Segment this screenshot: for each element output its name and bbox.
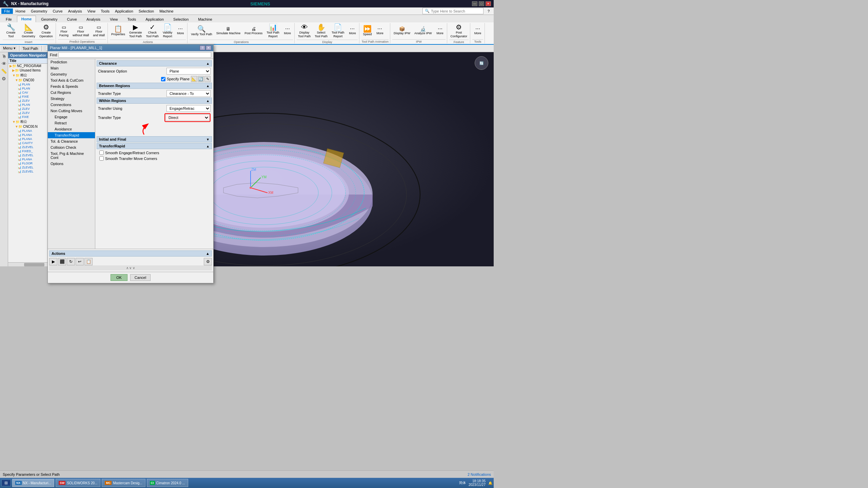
menu-machine[interactable]: Machine bbox=[157, 8, 176, 14]
verify-tool-path-button[interactable]: 🔍 Verify Tool Path bbox=[190, 25, 213, 37]
menu-selection[interactable]: Selection bbox=[136, 8, 157, 14]
dnav-transfer-rapid[interactable]: Transfer/Rapid bbox=[48, 132, 95, 138]
create-operation-button[interactable]: ⚙ CreateOperation bbox=[38, 23, 54, 39]
menu-curve[interactable]: Curve bbox=[50, 8, 65, 14]
dnav-engage[interactable]: Engage bbox=[48, 114, 95, 120]
clearance-section-header[interactable]: Clearance ▲ bbox=[97, 60, 212, 66]
ribbon-tab-view[interactable]: View bbox=[105, 16, 122, 22]
initial-final-header[interactable]: Initial and Final ▼ bbox=[97, 136, 212, 142]
plane-icon-1[interactable]: 📐 bbox=[191, 76, 197, 82]
dnav-connections[interactable]: Connections bbox=[48, 102, 95, 108]
action-btn-4[interactable]: ↩ bbox=[76, 258, 84, 265]
dnav-tool-prg[interactable]: Tool, Prg & Machine Cont bbox=[48, 150, 95, 161]
floor-without-wall-button[interactable]: ▭ Floorwithout Wall bbox=[71, 24, 90, 38]
tools-more-button[interactable]: ⋯ More bbox=[472, 26, 483, 36]
menu-analysis[interactable]: Analysis bbox=[65, 8, 85, 14]
transfer-type-select-within[interactable]: Direct Previous Plane Engage/Retract bbox=[165, 114, 210, 121]
transfer-rapid-header[interactable]: Transfer/Rapid ▲ bbox=[97, 143, 212, 149]
dnav-collision-check[interactable]: Collision Check bbox=[48, 144, 95, 150]
action-btn-1[interactable]: ▶ bbox=[49, 258, 57, 265]
analyze-ipw-button[interactable]: 🔬 Analyze IPW bbox=[413, 26, 433, 36]
post-process-button[interactable]: 🖨 Post Process bbox=[243, 26, 264, 36]
validity-report-button[interactable]: 📄 ValidityReport bbox=[161, 23, 174, 39]
action-btn-3[interactable]: ↻ bbox=[67, 258, 75, 265]
action-btn-6[interactable]: ⚙ bbox=[204, 258, 212, 265]
dnav-feeds-speeds[interactable]: Feeds & Speeds bbox=[48, 83, 95, 89]
tool-path-report-button[interactable]: 📊 Tool PathReport bbox=[265, 23, 281, 39]
search-box[interactable]: 🔍 bbox=[422, 8, 484, 14]
specify-plane-checkbox[interactable] bbox=[161, 77, 165, 81]
check-tool-path-button[interactable]: ✓ CheckTool Path bbox=[144, 23, 160, 39]
select-tool-path-button[interactable]: ✋ SelectTool Path bbox=[313, 23, 329, 39]
display-ipw-button[interactable]: 📦 Display IPW bbox=[392, 26, 412, 36]
help-icon[interactable]: ? bbox=[485, 8, 492, 14]
plane-icon-2[interactable]: 🔄 bbox=[198, 76, 204, 82]
dnav-strategy[interactable]: Strategy bbox=[48, 96, 95, 102]
dnav-non-cutting[interactable]: Non Cutting Moves bbox=[48, 108, 95, 114]
dnav-prediction[interactable]: Prediction bbox=[48, 59, 95, 65]
orientation-indicator[interactable]: 🔄 bbox=[475, 56, 488, 70]
properties-button[interactable]: 📋 Properties bbox=[110, 25, 126, 37]
maximize-button[interactable]: □ bbox=[479, 1, 484, 6]
search-input[interactable] bbox=[431, 9, 478, 13]
menu-tools[interactable]: Tools bbox=[98, 8, 112, 14]
dnav-main[interactable]: Main bbox=[48, 65, 95, 71]
post-configurator-button[interactable]: ⚙ PostConfigurator bbox=[449, 23, 469, 39]
dialog-help-button[interactable]: ? bbox=[200, 45, 205, 50]
display-tool-path-button[interactable]: 👁 DisplayTool Path bbox=[297, 23, 312, 39]
ribbon-tab-geometry[interactable]: Geometry bbox=[37, 16, 62, 22]
dnav-geometry[interactable]: Geometry bbox=[48, 71, 95, 77]
menu-file[interactable]: File bbox=[1, 8, 13, 14]
ribbon-tab-machine[interactable]: Machine bbox=[194, 16, 217, 22]
dialog-close-button[interactable]: ✕ bbox=[206, 45, 211, 50]
dnav-tool-axis[interactable]: Tool Axis & CutCom bbox=[48, 77, 95, 83]
menu-view[interactable]: View bbox=[85, 8, 98, 14]
action-btn-2[interactable]: ⬛ bbox=[58, 258, 66, 265]
dnav-cut-regions[interactable]: Cut Regions bbox=[48, 89, 95, 96]
display-more-button[interactable]: ⋯ More bbox=[347, 26, 358, 36]
actions-more-button[interactable]: ⋯ More bbox=[175, 26, 186, 36]
tp-report-button[interactable]: 📄 Tool PathReport bbox=[330, 23, 346, 39]
ribbon-tab-home[interactable]: Home bbox=[17, 16, 36, 22]
dnav-avoidance[interactable]: Avoidance bbox=[48, 126, 95, 132]
ribbon-tab-selection[interactable]: Selection bbox=[169, 16, 193, 22]
create-tool-button[interactable]: 🔧 CreateTool bbox=[3, 23, 19, 39]
left-icon-3[interactable]: 📏 bbox=[1, 68, 7, 74]
left-icon-2[interactable]: 👁 bbox=[2, 61, 6, 66]
tool-path-button[interactable]: Tool Path bbox=[21, 46, 40, 51]
transfer-using-select[interactable]: Engage/Retrac Direct bbox=[166, 105, 211, 112]
ribbon-tab-curve[interactable]: Curve bbox=[63, 16, 81, 22]
ipw-more-button[interactable]: ⋯ More bbox=[435, 26, 446, 36]
transfer-type-select-between[interactable]: Clearance - To Direct Previous Plane bbox=[166, 90, 211, 97]
generate-tool-path-button[interactable]: ▶ GenerateTool Path bbox=[128, 23, 143, 39]
left-icon-4[interactable]: ⚙ bbox=[2, 76, 6, 81]
operations-more-button[interactable]: ⋯ More bbox=[282, 26, 293, 36]
ribbon-tab-application[interactable]: Application bbox=[141, 16, 168, 22]
tpa-more-button[interactable]: ⋯ More bbox=[374, 26, 385, 36]
cancel-button[interactable]: Cancel bbox=[130, 274, 151, 277]
menu-home[interactable]: Home bbox=[13, 8, 28, 14]
find-input[interactable] bbox=[58, 52, 211, 58]
clearance-option-select[interactable]: Plane None bbox=[166, 68, 211, 75]
floor-and-wall-button[interactable]: ▭ Floorand Wall bbox=[92, 24, 106, 38]
ribbon-tab-analysis[interactable]: Analysis bbox=[82, 16, 105, 22]
menu-geometry[interactable]: Geometry bbox=[28, 8, 50, 14]
close-button[interactable]: ✕ bbox=[486, 1, 491, 6]
smooth-engage-checkbox[interactable] bbox=[99, 150, 104, 155]
dnav-retract[interactable]: Retract bbox=[48, 120, 95, 126]
ribbon-tab-file[interactable]: File bbox=[1, 16, 16, 22]
action-btn-right[interactable]: ⚙ bbox=[204, 258, 212, 265]
smooth-transfer-checkbox[interactable] bbox=[99, 156, 104, 161]
floor-facing-button[interactable]: ▭ FloorFacing bbox=[58, 24, 70, 38]
minimize-button[interactable]: — bbox=[472, 1, 477, 6]
within-regions-header[interactable]: Within Regions ▲ bbox=[97, 98, 212, 104]
dnav-options[interactable]: Options bbox=[48, 161, 95, 167]
ok-button[interactable]: OK bbox=[111, 274, 127, 277]
between-regions-header[interactable]: Between Regions ▲ bbox=[97, 83, 212, 89]
speed-button[interactable]: ⏩ Speed bbox=[361, 25, 373, 37]
menu-application[interactable]: Application bbox=[112, 8, 136, 14]
left-icon-1[interactable]: 🖱 bbox=[2, 54, 6, 59]
dnav-tol-clearance[interactable]: Tol. & Clearance bbox=[48, 138, 95, 144]
ribbon-tab-tools[interactable]: Tools bbox=[123, 16, 141, 22]
create-geometry-button[interactable]: 📐 CreateGeometry bbox=[20, 23, 37, 39]
